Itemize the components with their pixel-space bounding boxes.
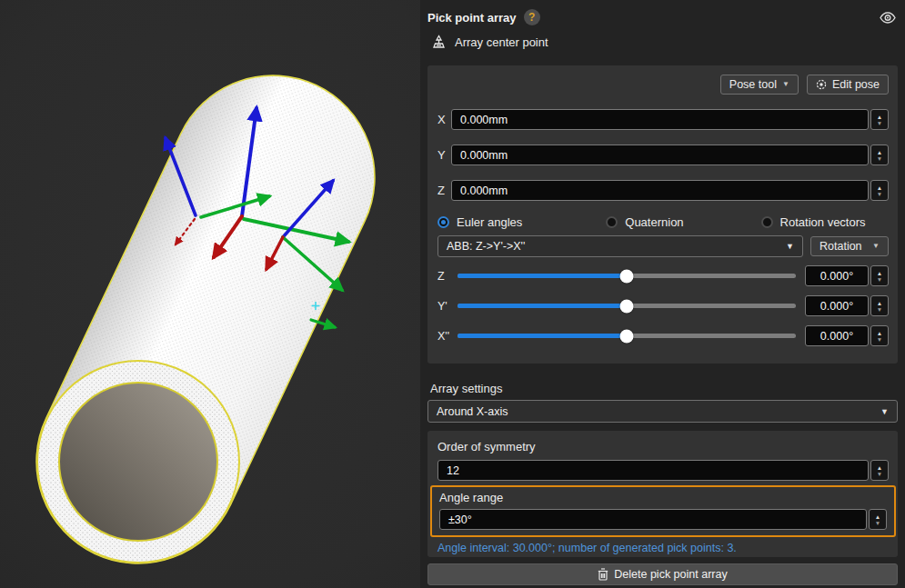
angle-range-input[interactable]: ±30° xyxy=(439,509,867,530)
y-input[interactable]: 0.000mm xyxy=(451,145,869,165)
x2-angle-input[interactable]: 0.000° xyxy=(805,325,869,346)
app-window: Pick point array ? Array center poin xyxy=(0,0,905,588)
coord-row-y: Y 0.000mm ▲▼ xyxy=(437,145,889,165)
page-title: Pick point array xyxy=(427,11,517,25)
3d-viewport[interactable] xyxy=(0,0,420,588)
array-settings-group: Order of symmetry 12 ▲▼ Angle range ±30°… xyxy=(427,431,898,557)
y-stepper[interactable]: ▲▼ xyxy=(870,145,889,165)
coord-row-x: X 0.000mm ▲▼ xyxy=(437,109,889,130)
pose-group: Pose tool ▼ Edit pose X 0.000mm ▲▼ xyxy=(427,65,898,364)
array-center-point-icon xyxy=(431,35,447,50)
x2-rotation-slider[interactable] xyxy=(458,325,796,346)
chevron-down-icon: ▼ xyxy=(872,243,880,250)
order-of-symmetry-label: Order of symmetry xyxy=(437,440,889,453)
edit-pose-label: Edit pose xyxy=(832,78,880,91)
chevron-down-icon: ▼ xyxy=(782,81,789,88)
help-icon[interactable]: ? xyxy=(524,9,540,25)
chevron-down-icon: ▼ xyxy=(786,242,794,251)
radio-icon xyxy=(606,216,618,228)
delete-button-label: Delete pick point array xyxy=(614,568,727,581)
chevron-down-icon: ▼ xyxy=(880,407,889,416)
angle-interval-status: Angle interval: 30.000°; number of gener… xyxy=(437,542,889,554)
y1-rotation-slider[interactable] xyxy=(458,295,796,316)
angle-range-label: Angle range xyxy=(439,491,887,504)
slider-row-x2: X'' 0.000° ▲▼ xyxy=(437,325,889,346)
y1-angle-input[interactable]: 0.000° xyxy=(805,295,869,316)
slider-row-z: Z 0.000° ▲▼ xyxy=(437,265,889,286)
array-settings-label: Array settings xyxy=(430,382,502,395)
z-angle-stepper[interactable]: ▲▼ xyxy=(870,265,889,286)
x-input[interactable]: 0.000mm xyxy=(451,109,869,130)
angle-range-stepper[interactable]: ▲▼ xyxy=(869,509,887,530)
rotation-format-radios: Euler angles Quaternion Rotation vectors xyxy=(437,214,889,229)
z-angle-input[interactable]: 0.000° xyxy=(805,265,869,286)
slider-handle[interactable] xyxy=(620,299,634,313)
array-center-point-header: Array center point xyxy=(431,35,548,50)
delete-pick-point-array-button[interactable]: Delete pick point array xyxy=(427,563,898,585)
pose-tool-label: Pose tool xyxy=(729,78,777,91)
euler-convention-select[interactable]: ABB: Z->Y'->X'' ▼ xyxy=(437,235,803,257)
slider-row-y1: Y' 0.000° ▲▼ xyxy=(437,295,889,316)
visibility-eye-icon[interactable] xyxy=(880,12,896,24)
rotation-button[interactable]: Rotation ▼ xyxy=(810,236,889,256)
z-label: Z xyxy=(437,184,451,197)
edit-pose-gear-icon xyxy=(816,79,827,90)
x-stepper[interactable]: ▲▼ xyxy=(870,109,889,130)
panel-header: Pick point array ? xyxy=(427,7,896,27)
z-rotation-slider[interactable] xyxy=(458,265,796,286)
slider-handle[interactable] xyxy=(620,329,634,343)
pose-tool-button[interactable]: Pose tool ▼ xyxy=(720,75,799,95)
edit-pose-button[interactable]: Edit pose xyxy=(807,75,889,95)
trash-icon xyxy=(598,568,608,581)
section-title: Array center point xyxy=(455,35,548,49)
angle-range-highlight: Angle range ±30° ▲▼ xyxy=(430,485,896,537)
order-of-symmetry-input[interactable]: 12 xyxy=(437,460,869,481)
radio-euler-angles[interactable]: Euler angles xyxy=(437,215,522,229)
z-stepper[interactable]: ▲▼ xyxy=(870,180,889,201)
slider-handle[interactable] xyxy=(620,269,634,283)
coord-row-z: Z 0.000mm ▲▼ xyxy=(437,180,889,201)
x-label: X xyxy=(437,113,451,126)
z-input[interactable]: 0.000mm xyxy=(451,180,869,201)
y-label: Y xyxy=(437,148,451,162)
array-mode-select[interactable]: Around X-axis ▼ xyxy=(427,400,898,423)
point-cloud-cylinder xyxy=(3,42,408,588)
y1-angle-stepper[interactable]: ▲▼ xyxy=(870,295,889,316)
order-of-symmetry-stepper[interactable]: ▲▼ xyxy=(870,460,889,481)
radio-quaternion[interactable]: Quaternion xyxy=(606,215,683,229)
point-cloud-scene xyxy=(0,0,420,588)
pick-point-array-panel: Pick point array ? Array center poin xyxy=(420,0,905,588)
radio-selected-icon xyxy=(437,216,449,228)
x2-angle-stepper[interactable]: ▲▼ xyxy=(870,325,889,346)
radio-rotation-vectors[interactable]: Rotation vectors xyxy=(761,215,866,229)
radio-icon xyxy=(761,216,773,228)
